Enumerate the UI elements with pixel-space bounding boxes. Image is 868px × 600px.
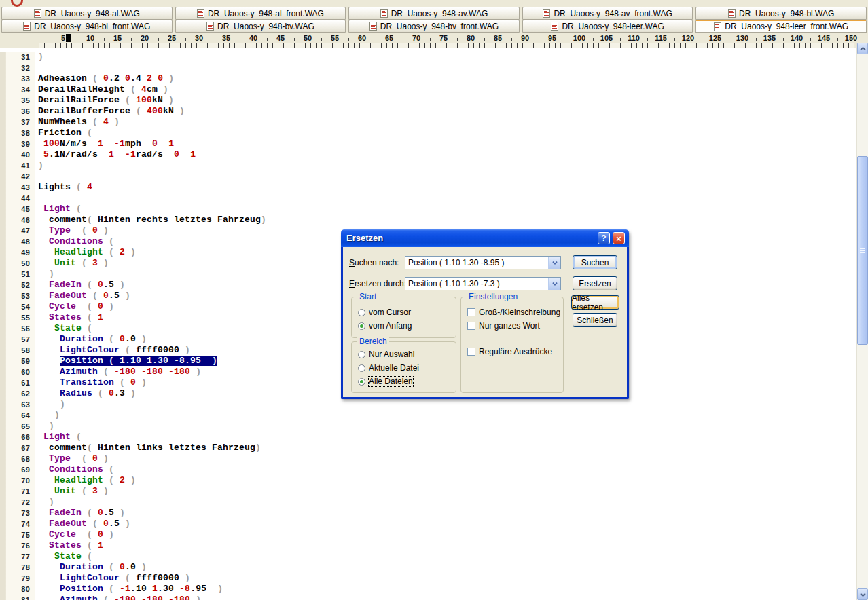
option-label: vom Anfang [369,321,412,331]
radio-icon [358,322,365,330]
code-text[interactable]: Light ( [35,432,82,443]
code-token: ) [179,106,185,116]
replace-button[interactable]: Ersetzen [573,276,617,290]
checkbox-option[interactable]: Nur ganzes Wort [467,319,563,333]
replace-all-button[interactable]: Alles ersetzen [571,295,619,310]
code-text[interactable]: FadeOut ( 0.5 ) [35,290,130,301]
code-text[interactable]: Cycle ( 0 ) [35,529,114,540]
code-text[interactable]: Conditions ( [35,464,114,475]
code-text[interactable]: ) [35,399,65,410]
code-text[interactable]: Transition ( 0 ) [35,377,147,388]
code-text[interactable]: Radius ( 0.3 ) [35,388,136,399]
code-text[interactable]: ) [35,52,43,62]
code-token: .10 [130,584,152,594]
code-text[interactable]: Light ( [35,204,82,214]
code-text[interactable] [35,62,38,73]
code-text[interactable]: State ( [35,323,92,334]
help-button[interactable]: ? [598,232,610,244]
code-text[interactable]: Friction ( [35,128,92,138]
scrollbar-thumb[interactable] [857,156,868,345]
code-text[interactable]: Cycle ( 0 ) [35,301,114,312]
code-text[interactable]: ) [35,410,60,421]
close-button[interactable]: × [613,232,625,244]
code-text[interactable]: FadeOut ( 0.5 ) [35,519,130,529]
code-text[interactable]: State ( [35,551,92,562]
tab-item[interactable]: DR_Uaoos-y_948-al_front.WAG [175,7,346,20]
code-token: ) [60,399,65,409]
code-token: ) [130,388,136,398]
tab-item[interactable]: DR_Uaoos-y_948-av.WAG [348,7,520,20]
code-text[interactable] [35,171,38,182]
code-text[interactable]: 100N/m/s 1 -1mph 0 1 [35,138,174,149]
selected-text[interactable]: Position ( 1.10 1.30 -8.95 ) [60,356,217,366]
search-value[interactable]: Position ( 1.10 1.30 -8.95 ) [405,258,548,267]
tab-item[interactable]: DR_Uaoos-y_948-bl.WAG [695,7,867,20]
code-text[interactable]: Unit ( 3 ) [35,258,109,269]
search-dropdown-button[interactable] [548,257,560,269]
ruler-number: 100 [573,34,585,42]
code-token: ) [103,486,109,496]
code-text[interactable]: FadeIn ( 0.5 ) [35,508,125,519]
scroll-down-button[interactable] [857,588,868,600]
search-button[interactable]: Suchen [573,255,617,269]
code-text[interactable]: Azimuth ( -180 -180 -180 ) [35,595,201,600]
code-text[interactable]: Type ( 0 ) [35,453,109,464]
close-dialog-button[interactable]: Schließen [573,313,617,327]
code-text[interactable]: States ( 1 [35,540,103,551]
code-text[interactable]: Conditions ( [35,236,114,247]
code-text[interactable]: LightColour ( ffff0000 ) [35,573,190,584]
line-number: 42 [0,171,35,182]
checkbox-option[interactable]: Reguläre Ausdrücke [467,345,563,358]
replace-combobox[interactable]: Position ( 1.10 1.30 -7.3 ) [405,277,561,290]
code-token: 0 [152,138,158,149]
checkbox-option[interactable]: Groß-/Kleinschreibung [467,305,563,319]
vertical-scrollbar[interactable] [856,43,868,600]
code-text[interactable]: Azimuth ( -180 -180 -180 ) [35,367,201,377]
radio-option[interactable]: vom Anfang [358,319,456,333]
code-text[interactable]: ) [35,497,54,508]
dialog-titlebar[interactable]: Ersetzen ? × [341,229,629,247]
code-text[interactable]: 5.1N/rad/s 1 -1rad/s 0 1 [35,149,196,160]
tab-item[interactable]: DR_Uaoos-y_948-leer.WAG [522,20,693,33]
tab-item[interactable]: DR_Uaoos-y_948-al.WAG [1,7,173,20]
code-text[interactable]: FadeIn ( 0.5 ) [35,280,125,290]
code-text[interactable]: Position ( 1.10 1.30 -8.95 ) [35,356,217,367]
search-combobox[interactable]: Position ( 1.10 1.30 -8.95 ) [405,256,561,269]
tab-item[interactable]: DR_Uaoos-y_948-bl_front.WAG [1,20,173,33]
code-text[interactable]: Type ( 0 ) [35,225,109,236]
replace-value[interactable]: Position ( 1.10 1.30 -7.3 ) [405,279,548,288]
code-text[interactable]: Headlight ( 2 ) [35,475,136,486]
code-text[interactable]: comment( Hinten rechts letztes Fahrzeug) [35,214,266,225]
scroll-up-button[interactable] [857,43,868,54]
code-text[interactable]: DerailRailHeight ( 4cm ) [35,84,168,95]
tab-item[interactable]: DR_Uaoos-y_948-av_front.WAG [522,7,693,20]
code-text[interactable]: NumWheels ( 4 ) [35,117,120,128]
code-text[interactable]: Duration ( 0.0 ) [35,334,147,345]
tab-item[interactable]: DR_Uaoos-y_948-bv_front.WAG [348,20,520,33]
radio-option[interactable]: Alle Dateien [358,375,456,388]
code-text[interactable]: Position ( -1.10 1.30 -8.95 ) [35,584,223,595]
code-text[interactable]: LightColour ( ffff0000 ) [35,345,190,356]
code-text[interactable]: ) [35,421,54,432]
code-text[interactable]: ) [35,269,54,280]
code-token: Type [49,225,82,236]
code-text[interactable]: Duration ( 0.0 ) [35,562,147,573]
toolbar-strip [0,0,868,7]
code-text[interactable]: Headlight ( 2 ) [35,247,136,258]
tab-item[interactable]: DR_Uaoos-y_948-bv.WAG [175,20,346,33]
code-text[interactable]: DerailRailForce ( 100kN ) [35,95,174,106]
code-text[interactable]: ) [35,160,43,171]
replace-dropdown-button[interactable] [548,278,560,290]
code-text[interactable] [35,193,38,204]
code-text[interactable]: Adheasion ( 0.2 0.4 2 0 ) [35,73,174,84]
code-text[interactable]: DerailBufferForce ( 400kN ) [35,106,185,117]
code-text[interactable]: States ( 1 [35,312,103,323]
code-token: ) [168,95,174,105]
tab-item-active[interactable]: DR_Uaoos-y_948-leer_front.WAG [695,20,867,33]
radio-option[interactable]: Nur Auswahl [358,348,456,361]
radio-option[interactable]: vom Cursor [358,305,456,319]
code-text[interactable]: Lights ( 4 [35,182,92,193]
code-text[interactable]: comment( Hinten links letztes Fahrzeug) [35,443,261,453]
code-text[interactable]: Unit ( 3 ) [35,486,109,497]
radio-option[interactable]: Aktuelle Datei [358,361,456,375]
